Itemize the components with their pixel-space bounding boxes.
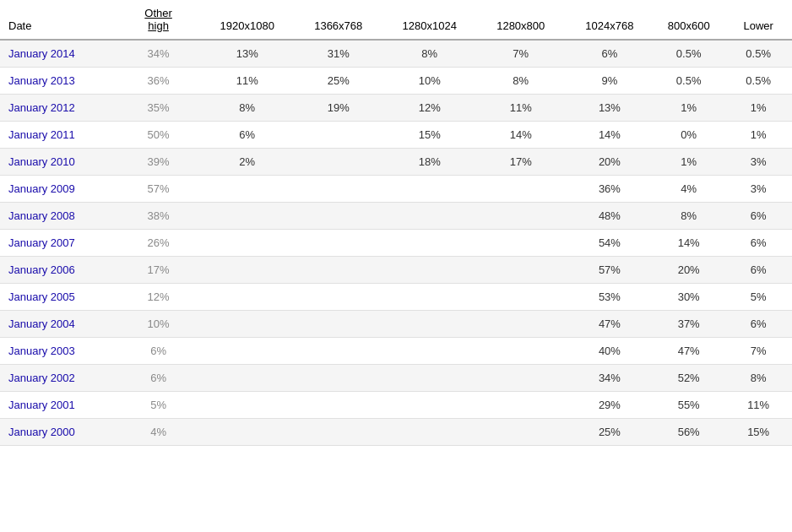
cell-date: January 2003 [0,338,115,365]
cell-lower: 8% [724,365,792,392]
cell-r1280x800 [475,257,567,284]
cell-lower: 6% [724,257,792,284]
cell-r800: 47% [653,338,724,365]
cell-date: January 2006 [0,257,115,284]
cell-r800: 0% [653,122,724,149]
cell-r1280x1024 [384,230,475,257]
cell-r1920 [202,257,293,284]
cell-r1280x1024 [384,257,475,284]
col-header-1920: 1920x1080 [202,0,293,40]
cell-r1366: 25% [293,68,384,95]
table-row: January 200410%47%37%6% [0,311,792,338]
col-header-lower: Lower [724,0,792,40]
cell-r800: 55% [653,392,724,419]
cell-r1024: 14% [567,122,653,149]
cell-lower: 0.5% [724,40,792,68]
cell-r1280x800 [475,176,567,203]
cell-r1024: 9% [567,68,653,95]
cell-r800: 1% [653,95,724,122]
table-row: January 200726%54%14%6% [0,230,792,257]
cell-r1024: 36% [567,176,653,203]
col-header-1280x800: 1280x800 [475,0,567,40]
col-header-date: Date [0,0,115,40]
col-header-1366: 1366x768 [293,0,384,40]
table-row: January 201336%11%25%10%8%9%0.5%0.5% [0,68,792,95]
cell-r1366 [293,419,384,446]
cell-r1280x800 [475,365,567,392]
cell-lower: 6% [724,311,792,338]
cell-r1024: 40% [567,338,653,365]
cell-other_high: 50% [115,122,201,149]
table-row: January 20004%25%56%15% [0,419,792,446]
table-row: January 201150%6%15%14%14%0%1% [0,122,792,149]
cell-r1280x800 [475,338,567,365]
cell-r1280x1024: 12% [384,95,475,122]
cell-r1280x1024 [384,284,475,311]
cell-lower: 1% [724,95,792,122]
cell-r1024: 20% [567,149,653,176]
cell-date: January 2009 [0,176,115,203]
cell-other_high: 34% [115,40,201,68]
table-row: January 20015%29%55%11% [0,392,792,419]
cell-r1366 [293,338,384,365]
cell-date: January 2005 [0,284,115,311]
cell-other_high: 6% [115,338,201,365]
table-row: January 20036%40%47%7% [0,338,792,365]
cell-r1920 [202,392,293,419]
cell-r1366 [293,257,384,284]
cell-date: January 2014 [0,40,115,68]
cell-other_high: 35% [115,95,201,122]
cell-r1280x1024: 18% [384,149,475,176]
cell-r1024: 47% [567,311,653,338]
table-row: January 200512%53%30%5% [0,284,792,311]
cell-r1024: 34% [567,365,653,392]
cell-r1024: 6% [567,40,653,68]
cell-r1280x800: 14% [475,122,567,149]
cell-r1280x1024 [384,392,475,419]
cell-r1024: 29% [567,392,653,419]
cell-r1280x800 [475,311,567,338]
cell-r1920 [202,419,293,446]
cell-r1920 [202,338,293,365]
cell-lower: 3% [724,149,792,176]
cell-lower: 11% [724,392,792,419]
cell-r1024: 53% [567,284,653,311]
table-header-row: Date Otherhigh 1920x1080 1366x768 1280x1… [0,0,792,40]
cell-other_high: 26% [115,230,201,257]
cell-date: January 2012 [0,95,115,122]
cell-r1366: 19% [293,95,384,122]
cell-r1280x800: 11% [475,95,567,122]
cell-r1920: 6% [202,122,293,149]
cell-lower: 6% [724,230,792,257]
cell-r1280x1024: 10% [384,68,475,95]
cell-r1366 [293,176,384,203]
cell-r1280x1024 [384,365,475,392]
cell-other_high: 57% [115,176,201,203]
cell-r1280x1024 [384,419,475,446]
cell-other_high: 6% [115,365,201,392]
cell-r1280x1024 [384,203,475,230]
cell-date: January 2010 [0,149,115,176]
cell-r800: 20% [653,257,724,284]
cell-r800: 8% [653,203,724,230]
cell-r800: 0.5% [653,40,724,68]
cell-r1280x800: 17% [475,149,567,176]
cell-r1920 [202,284,293,311]
cell-other_high: 4% [115,419,201,446]
cell-r1366 [293,284,384,311]
cell-r1366 [293,311,384,338]
col-header-other: Otherhigh [115,0,201,40]
cell-date: January 2001 [0,392,115,419]
resolution-stats-table: Date Otherhigh 1920x1080 1366x768 1280x1… [0,0,792,446]
cell-r1280x800: 7% [475,40,567,68]
cell-other_high: 5% [115,392,201,419]
cell-date: January 2004 [0,311,115,338]
cell-r1280x1024 [384,176,475,203]
cell-r1280x800 [475,203,567,230]
cell-lower: 7% [724,338,792,365]
cell-other_high: 12% [115,284,201,311]
cell-lower: 3% [724,176,792,203]
cell-lower: 0.5% [724,68,792,95]
cell-other_high: 39% [115,149,201,176]
cell-r800: 0.5% [653,68,724,95]
